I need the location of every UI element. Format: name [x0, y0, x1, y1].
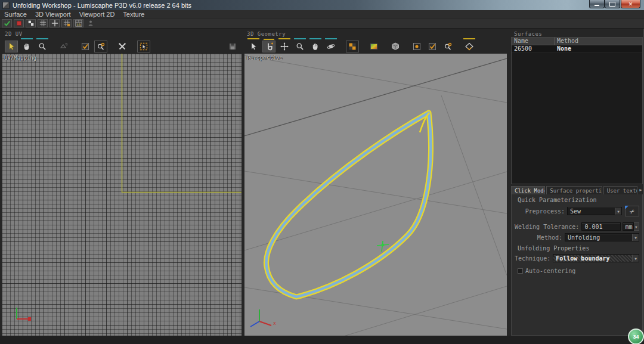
axis-x-label: x	[273, 321, 276, 326]
magnifier-icon	[296, 42, 304, 51]
stop-button[interactable]	[14, 19, 24, 27]
orbit-icon	[327, 42, 335, 51]
welding-tolerance-row: Welding Tolerance: 0.001 mm	[512, 221, 642, 232]
grid-10-label: 10	[76, 23, 80, 27]
gear-magnifier-icon	[444, 42, 452, 51]
uv-edit-icon	[60, 42, 68, 51]
3d-point-display-tool[interactable]	[410, 41, 423, 52]
uv-axis-gizmo	[17, 308, 31, 321]
geometry-toolbar	[247, 37, 503, 52]
3d-pan-tool[interactable]	[309, 41, 322, 52]
technique-select[interactable]: Follow boundary	[553, 254, 639, 262]
hand-icon	[23, 42, 31, 51]
auto-centering-checkbox[interactable]	[518, 268, 523, 274]
uv-pan-tool[interactable]	[20, 41, 33, 52]
technique-value: Follow boundary	[556, 255, 609, 262]
uv-boundary-guide	[122, 54, 242, 193]
column-name[interactable]: Name	[512, 38, 555, 45]
uv-2d-viewport[interactable]: UV/Mapping	[2, 54, 242, 336]
user-button-disabled	[85, 19, 95, 27]
main-toolbar: 10	[0, 18, 644, 29]
3d-scene	[244, 54, 507, 336]
welding-tolerance-label: Welding Tolerance:	[515, 224, 579, 230]
group-unfolding-properties: Unfolding Properties	[512, 243, 642, 253]
method-value: Unfolding	[568, 234, 600, 241]
3d-check-tool[interactable]	[426, 41, 439, 52]
3d-inspect-settings-tool[interactable]	[441, 41, 454, 52]
magnifier-icon	[38, 42, 47, 51]
title-bar[interactable]: Unfolding Workshop - Lumiscaphe P3D v6.0…	[0, 0, 644, 10]
save-disk-icon	[228, 42, 237, 51]
cursor-icon	[7, 42, 16, 51]
welding-tolerance-input[interactable]: 0.001	[581, 222, 620, 231]
sew-tool-button[interactable]: ✂	[625, 206, 639, 216]
method-select[interactable]: Unfolding	[565, 233, 639, 241]
status-badge[interactable]: 34	[628, 328, 644, 344]
minimize-button[interactable]	[589, 0, 605, 8]
checker-view-button[interactable]	[26, 19, 36, 27]
dashed-selection-icon	[140, 42, 148, 51]
leaf-outline-yellow	[266, 113, 431, 297]
menu-texture[interactable]: Texture	[119, 10, 148, 18]
3d-pick-add-tool[interactable]	[262, 41, 275, 52]
preprocess-select[interactable]: Sew	[567, 207, 622, 215]
grid-view-button[interactable]	[38, 19, 48, 27]
welding-tolerance-value: 0.001	[584, 224, 602, 230]
close-button[interactable]	[621, 0, 640, 8]
uv-tools-tool[interactable]	[116, 41, 129, 52]
uv-zoom-tool[interactable]	[36, 41, 49, 52]
3d-viewport[interactable]: Perspective	[244, 54, 507, 336]
welding-unit-value: mm	[626, 224, 633, 230]
menu-viewport-2d[interactable]: Viewport 2D	[75, 10, 119, 18]
3d-checker-display-tool[interactable]	[346, 41, 359, 52]
checkbox-check-icon	[428, 42, 436, 51]
technique-label: Technique:	[515, 255, 550, 262]
checkbox-check-icon	[81, 42, 89, 51]
3d-move-tool[interactable]	[278, 41, 291, 52]
leaf-band-blue	[266, 113, 431, 297]
3d-shaded-display-tool[interactable]	[389, 41, 402, 52]
window-title: Unfolding Workshop - Lumiscaphe P3D v6.0…	[13, 2, 191, 9]
uv-overlay	[2, 54, 242, 336]
ground-grid-major-line	[244, 58, 507, 136]
preprocess-row: Preprocess: Sew ✂	[512, 204, 642, 218]
menu-3d-viewport[interactable]: 3D Viewport	[31, 10, 75, 18]
grid-image-button[interactable]	[61, 19, 72, 27]
tab-scroll-right-button[interactable]: ►	[639, 186, 643, 194]
grid-10-button[interactable]: 10	[73, 19, 83, 27]
chevron-down-icon	[632, 255, 639, 262]
crosshair-button[interactable]	[49, 19, 60, 27]
3d-unfold-tool[interactable]	[463, 41, 476, 52]
3d-select-tool[interactable]	[247, 41, 260, 52]
welding-unit-box[interactable]: mm	[623, 222, 634, 231]
properties-tabs: Click Mode Surface properties User textu…	[511, 186, 643, 194]
grid-image-icon	[63, 20, 70, 27]
maximize-button[interactable]	[605, 0, 620, 8]
menu-surface[interactable]: Surface	[0, 10, 31, 18]
tab-surface-properties[interactable]: Surface properties	[546, 186, 602, 194]
dot-box-icon	[413, 42, 421, 51]
surface-method-cell: None	[555, 45, 642, 52]
app-icon	[2, 2, 10, 9]
preprocess-value: Sew	[570, 208, 581, 215]
pointing-hand-plus-icon	[265, 42, 273, 51]
3d-orbit-tool[interactable]	[324, 41, 338, 52]
uv-check-tool[interactable]	[79, 41, 92, 52]
cursor-icon	[249, 42, 258, 51]
uv-selection-box-tool[interactable]	[137, 41, 150, 52]
tab-click-mode[interactable]: Click Mode	[511, 186, 545, 194]
table-row[interactable]: 26500 None	[512, 45, 642, 52]
scissors-icon: ✂	[627, 206, 636, 216]
uv2d-toolbar	[5, 37, 240, 52]
welding-unit-dropdown-button[interactable]	[634, 222, 639, 231]
3d-zoom-tool[interactable]	[293, 41, 306, 52]
column-method[interactable]: Method	[555, 38, 642, 45]
chevron-down-icon	[615, 207, 621, 215]
status-badge-text: 34	[633, 334, 639, 340]
uv-select-tool[interactable]	[5, 41, 18, 52]
3d-texture-display-tool[interactable]	[367, 41, 380, 52]
tab-user-texture[interactable]: User textu	[603, 186, 637, 194]
checker-orange-icon	[348, 42, 357, 51]
uv-inspect-settings-tool[interactable]	[94, 41, 107, 52]
validate-button[interactable]	[2, 19, 12, 27]
